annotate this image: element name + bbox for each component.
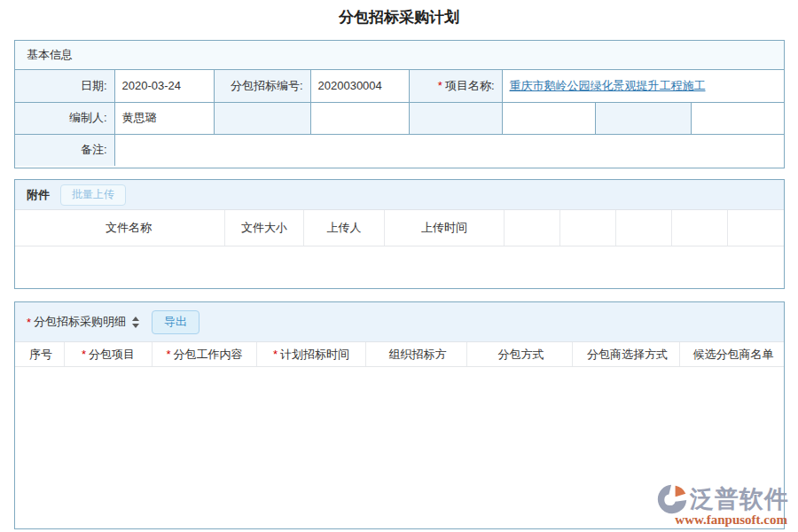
attachments-title: 附件 xyxy=(27,187,50,203)
column-header-empty xyxy=(560,210,616,246)
basic-info-table: 日期: 2020-03-24 分包招标编号: 2020030004 *项目名称:… xyxy=(15,70,784,166)
page: 分包招标采购计划 基本信息 日期: 2020-03-24 分包招标编号: 202… xyxy=(0,0,798,532)
brand-name: 泛普软件 xyxy=(690,488,789,512)
column-label: 组织招标方 xyxy=(389,347,447,363)
project-name-link[interactable]: 重庆市鹅岭公园绿化景观提升工程施工 xyxy=(510,79,706,92)
column-header-subcontract-method: 分包方式 xyxy=(467,342,573,366)
required-mark: * xyxy=(82,348,86,361)
column-header-upload-time: 上传时间 xyxy=(385,210,505,246)
column-label: 序号 xyxy=(29,347,52,363)
empty-value-cell xyxy=(691,102,784,134)
page-title: 分包招标采购计划 xyxy=(0,7,798,27)
attachments-table-header: 文件名称 文件大小 上传人 上传时间 xyxy=(15,210,784,246)
export-button[interactable]: 导出 xyxy=(152,310,200,334)
column-header-empty xyxy=(728,210,784,246)
column-header-empty xyxy=(505,210,560,246)
batch-upload-button[interactable]: 批量上传 xyxy=(60,184,126,206)
empty-value-cell xyxy=(310,102,409,134)
fanpu-logo-row: 泛普软件 xyxy=(656,483,789,515)
date-value: 2020-03-24 xyxy=(114,70,214,102)
remarks-label: 备注: xyxy=(15,134,114,166)
sort-arrows-icon[interactable] xyxy=(132,317,139,328)
column-header-serial: 序号 xyxy=(15,342,65,366)
required-mark: * xyxy=(166,348,170,361)
column-header-planned-bid-time: *计划招标时间 xyxy=(257,342,366,366)
date-label: 日期: xyxy=(15,70,114,102)
sort-up-icon xyxy=(132,317,139,321)
column-header-empty xyxy=(672,210,728,246)
required-mark: * xyxy=(438,79,442,92)
column-header-file-name: 文件名称 xyxy=(15,210,225,246)
bid-number-value: 2020030004 xyxy=(310,70,409,102)
required-mark: * xyxy=(27,316,31,329)
details-header: * 分包招标采购明细 导出 xyxy=(15,302,784,342)
column-label: 计划招标时间 xyxy=(280,347,349,363)
attachments-header: 附件 批量上传 xyxy=(15,180,784,210)
bid-number-label: 分包招标编号: xyxy=(214,70,310,102)
details-table-header: 序号 *分包项目 *分包工作内容 *计划招标时间 组织招标方 分包方式 分包商选… xyxy=(15,342,784,367)
column-header-file-size: 文件大小 xyxy=(225,210,304,246)
empty-value-cell xyxy=(502,102,595,134)
project-name-label-text: 项目名称: xyxy=(445,79,495,92)
project-name-label: *项目名称: xyxy=(409,70,502,102)
column-header-subcontract-item: *分包项目 xyxy=(65,342,153,366)
column-header-selection-method: 分包商选择方式 xyxy=(573,342,680,366)
column-label: 分包方式 xyxy=(498,347,544,363)
column-header-work-content: *分包工作内容 xyxy=(153,342,257,366)
basic-info-header: 基本信息 xyxy=(15,41,784,70)
compiler-value: 黄思璐 xyxy=(114,102,214,134)
column-label: 分包工作内容 xyxy=(174,347,243,363)
empty-label-cell xyxy=(214,102,310,134)
details-title: 分包招标采购明细 xyxy=(34,314,126,330)
fanpu-logo-icon xyxy=(656,483,688,515)
basic-info-section: 基本信息 日期: 2020-03-24 分包招标编号: 2020030004 *… xyxy=(14,40,785,168)
empty-label-cell xyxy=(409,102,502,134)
required-mark: * xyxy=(273,348,278,361)
column-label: 分包项目 xyxy=(89,347,135,363)
fanpu-logo: 泛普软件 www.fanpusoft.com xyxy=(656,483,789,528)
sort-down-icon xyxy=(132,324,139,328)
remarks-value xyxy=(114,134,784,166)
column-header-empty xyxy=(616,210,672,246)
column-header-uploader: 上传人 xyxy=(304,210,385,246)
column-label: 分包商选择方式 xyxy=(587,347,668,363)
basic-info-title: 基本信息 xyxy=(27,47,73,63)
empty-label-cell xyxy=(595,102,691,134)
compiler-label: 编制人: xyxy=(15,102,114,134)
brand-website: www.fanpusoft.com xyxy=(675,512,789,528)
column-label: 候选分包商名单 xyxy=(693,347,774,363)
project-name-cell: 重庆市鹅岭公园绿化景观提升工程施工 xyxy=(502,70,784,102)
attachments-section: 附件 批量上传 文件名称 文件大小 上传人 上传时间 xyxy=(14,179,785,289)
column-header-organizer: 组织招标方 xyxy=(366,342,467,366)
column-header-candidate-list: 候选分包商名单 xyxy=(680,342,784,366)
attachments-table-body xyxy=(15,246,784,288)
